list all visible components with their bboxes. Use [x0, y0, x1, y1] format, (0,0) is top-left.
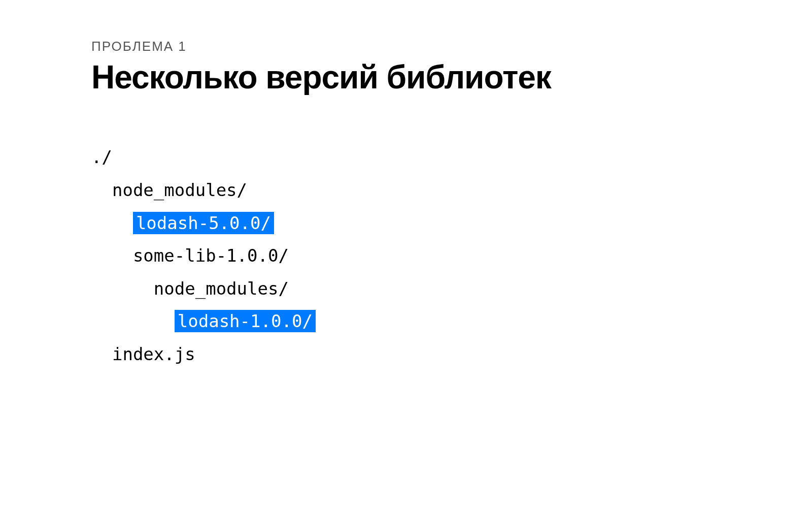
slide-title: Несколько версий библиотек [91, 59, 721, 95]
tree-line: index.js [91, 338, 721, 371]
tree-line: some-lib-1.0.0/ [91, 239, 721, 272]
path-segment: index.js [112, 344, 195, 364]
tree-line: lodash-5.0.0/ [91, 207, 721, 240]
file-tree: ./ node_modules/ lodash-5.0.0/ some-lib-… [91, 141, 721, 370]
highlighted-path: lodash-5.0.0/ [133, 212, 274, 234]
slide-eyebrow: ПРОБЛЕМА 1 [91, 39, 721, 54]
tree-line: lodash-1.0.0/ [91, 305, 721, 338]
highlighted-path: lodash-1.0.0/ [175, 310, 316, 332]
path-segment: ./ [91, 147, 112, 167]
tree-line: node_modules/ [91, 272, 721, 305]
path-segment: node_modules/ [112, 180, 247, 200]
tree-line: node_modules/ [91, 174, 721, 207]
tree-line: ./ [91, 141, 721, 174]
path-segment: some-lib-1.0.0/ [133, 245, 289, 266]
path-segment: node_modules/ [154, 278, 289, 299]
